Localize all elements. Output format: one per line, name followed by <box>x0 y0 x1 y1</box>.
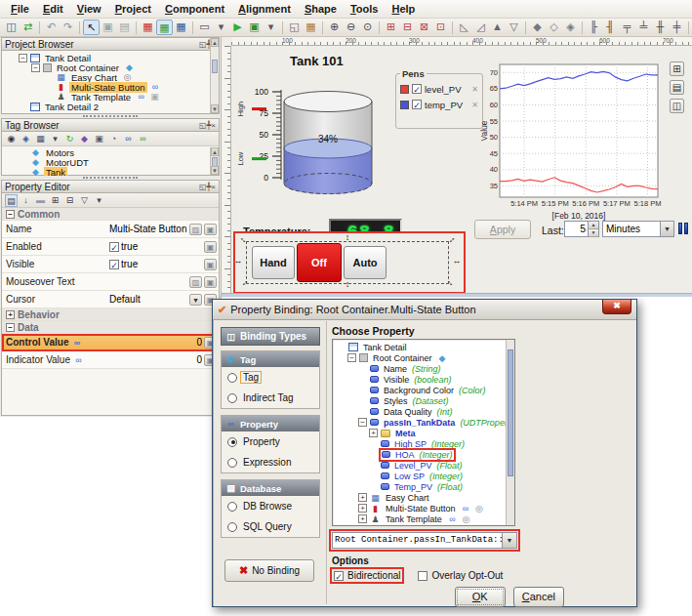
component-palette-icon[interactable]: ▦ <box>156 20 173 35</box>
option-bidirectional[interactable]: Bidirectional <box>332 569 402 582</box>
close-icon[interactable]: × <box>211 183 216 191</box>
property-row-name[interactable]: NameMulti-State Button▨▣ <box>2 221 219 238</box>
show-guides-icon[interactable]: ⊡ <box>432 20 449 35</box>
gallery-icon[interactable]: ▦ <box>303 20 319 35</box>
tree-item-temp-pv[interactable]: Temp_PV(Float) <box>335 481 514 492</box>
radio-expression[interactable]: Expression <box>222 452 319 472</box>
new-tag-caret-icon[interactable]: ▾ <box>49 133 61 145</box>
pen-remove-icon[interactable]: ✕ <box>471 101 478 109</box>
property-section-common[interactable]: −Common <box>2 208 219 221</box>
bind-icon[interactable]: ▣ <box>204 241 217 253</box>
hoa-button-auto[interactable]: Auto <box>344 246 387 279</box>
tree-item-level-pv[interactable]: Level_PV(Float) <box>335 460 514 471</box>
project-browser-scrollbar[interactable]: ▲ ▼ <box>210 38 219 113</box>
property-section-behavior[interactable]: +Behavior <box>2 308 219 321</box>
radio-icon[interactable] <box>227 458 237 468</box>
expand-toggle-icon[interactable]: + <box>358 493 367 502</box>
expand-toggle-icon[interactable]: − <box>19 54 27 62</box>
property-value[interactable]: true <box>121 241 202 252</box>
expand-toggle-icon[interactable]: + <box>358 504 367 513</box>
select-tool-icon[interactable]: ↖ <box>83 20 100 35</box>
radio-icon[interactable] <box>227 502 237 512</box>
edit-icon[interactable]: ▨ <box>189 224 202 235</box>
property-value[interactable]: Multi-State Button <box>109 224 187 234</box>
copy-icon[interactable]: ▣ <box>100 20 116 35</box>
checkbox-icon[interactable] <box>418 571 427 581</box>
flip-horizontal-icon[interactable]: ▲ <box>489 20 506 35</box>
menu-component[interactable]: Component <box>158 1 231 17</box>
udt-definitions-icon[interactable]: ◆ <box>78 133 91 145</box>
show-grid-icon[interactable]: ⊠ <box>416 20 432 35</box>
tree-item-tank-template[interactable]: ♟Tank Template∞▣ <box>4 92 209 102</box>
chart-save-icon[interactable]: ◫ <box>670 99 684 113</box>
pen-remove-icon[interactable]: ✕ <box>471 85 478 94</box>
rotate-left-icon[interactable]: ◺ <box>456 20 472 35</box>
center-horizontal-icon[interactable]: ╫ <box>652 20 669 35</box>
new-tag-icon[interactable]: ▦ <box>34 133 47 145</box>
tree-item-tank[interactable]: ◆Tank <box>4 167 209 176</box>
save-icon[interactable]: ◫ <box>3 20 20 35</box>
radio-db-browse[interactable]: DB Browse <box>222 496 319 516</box>
last-value-spinner[interactable]: 5 ▲▼ <box>564 221 599 237</box>
menu-shape[interactable]: Shape <box>298 1 344 17</box>
last-unit-select[interactable]: Minutes ▼ <box>602 221 674 237</box>
radio-icon[interactable] <box>227 393 237 403</box>
tree-item-root-container[interactable]: −Root Container◆ <box>4 62 209 72</box>
rotate-right-icon[interactable]: ◿ <box>472 20 489 35</box>
property-row-cursor[interactable]: CursorDefault▾▣ <box>2 291 219 308</box>
radio-tag[interactable]: Tag <box>222 367 319 388</box>
categorize-icon[interactable]: ▤ <box>5 194 18 207</box>
property-row-control-value[interactable]: Control Value∞0▣ <box>2 334 219 351</box>
apply-button[interactable]: Apply <box>474 220 531 239</box>
tree-item-styles[interactable]: Styles(Dataset) <box>335 395 514 406</box>
align-bottom-icon[interactable]: ╧ <box>635 20 652 35</box>
menu-alignment[interactable]: Alignment <box>231 1 298 17</box>
export-project-icon[interactable]: ⇄ <box>20 20 36 35</box>
filter-icon[interactable]: ▽ <box>78 194 91 207</box>
snap-guides-icon[interactable]: ⊟ <box>399 20 416 35</box>
realtime-toggle-icon[interactable] <box>678 223 691 235</box>
property-value[interactable]: Default <box>109 294 187 305</box>
align-left-icon[interactable]: ╟ <box>586 20 602 35</box>
tree-item-root-container[interactable]: −Root Container◆ <box>335 352 514 363</box>
property-row-indicator-value[interactable]: Indicator Value∞0▣ <box>2 351 219 369</box>
align-right-icon[interactable]: ╢ <box>602 20 619 35</box>
expand-toggle-icon[interactable]: − <box>358 418 367 427</box>
property-row-visible[interactable]: Visibletrue▣ <box>2 256 219 273</box>
tree-item-data-quality[interactable]: Data Quality(Int) <box>335 406 514 417</box>
publish-icon[interactable]: ▣ <box>246 20 263 35</box>
pen-checkbox[interactable] <box>412 100 422 109</box>
close-icon[interactable]: × <box>211 121 216 130</box>
menu-edit[interactable]: Edit <box>36 1 70 17</box>
tree-scrollbar[interactable] <box>506 340 514 525</box>
chevron-down-icon[interactable]: ▼ <box>502 533 516 548</box>
tree-item-motorudt[interactable]: ◆MotorUDT <box>4 157 209 167</box>
float-icon[interactable]: ◱ <box>199 40 207 49</box>
bind-icon[interactable]: ▣ <box>204 259 217 270</box>
hoa-button-hand[interactable]: Hand <box>252 246 295 279</box>
snapshot-icon[interactable]: ▣ <box>93 133 105 145</box>
tree-item-easy-chart[interactable]: ▦Easy Chart◎ <box>4 72 209 82</box>
zoom-in-icon[interactable]: ⊕ <box>326 20 343 35</box>
collapse-all-icon[interactable]: ⊟ <box>63 194 76 207</box>
import-tags-icon[interactable]: ∞ <box>122 133 135 145</box>
last-value[interactable]: 5 <box>565 222 588 236</box>
container-tool-icon[interactable]: ▦ <box>173 20 189 35</box>
property-value[interactable]: true <box>121 259 202 269</box>
tree-item-multi-state-button[interactable]: ▮Multi-State Button∞ <box>4 82 209 92</box>
tree-item-tank-template[interactable]: +♟Tank Template∞◎ <box>335 513 514 524</box>
preview-mode-icon[interactable]: ◱ <box>286 20 303 35</box>
expand-toggle-icon[interactable]: + <box>358 514 367 523</box>
zoom-out-icon[interactable]: ⊖ <box>343 20 359 35</box>
history-icon[interactable]: ◔ <box>107 133 120 145</box>
refresh-icon[interactable]: ↻ <box>63 133 76 145</box>
tree-item-motors[interactable]: ◆Motors <box>4 147 209 157</box>
menu-help[interactable]: Help <box>385 1 422 17</box>
option-overlay-opt-out[interactable]: Overlay Opt-Out <box>416 569 505 582</box>
union-icon[interactable]: ◆ <box>529 20 546 35</box>
float-icon[interactable]: ◱ <box>199 121 207 130</box>
tree-item-hoa[interactable]: HOA(Integer) <box>335 449 514 460</box>
export-tags-icon[interactable]: ∞ <box>137 133 149 145</box>
redo-icon[interactable]: ↷ <box>60 20 76 35</box>
center-vertical-icon[interactable]: ╪ <box>669 20 685 35</box>
